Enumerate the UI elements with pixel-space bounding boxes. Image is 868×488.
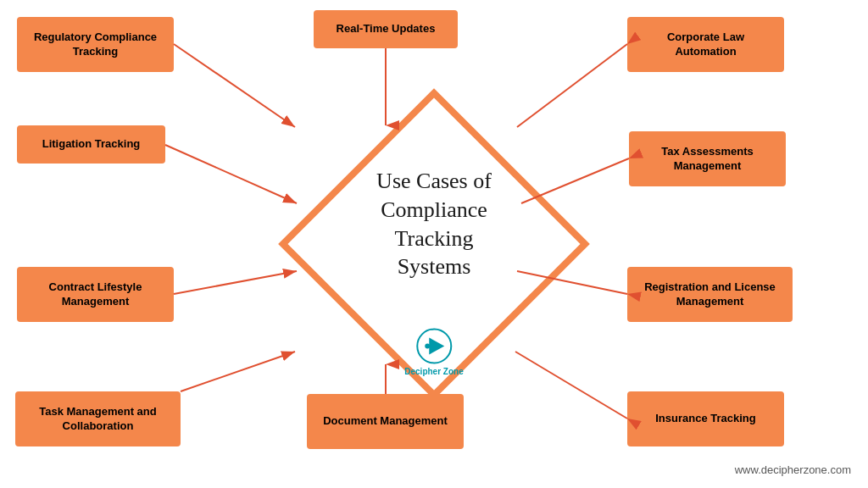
box-task: Task Management and Collaboration: [15, 391, 181, 446]
box-tax: Tax Assessments Management: [629, 131, 786, 186]
center-title: Use Cases of Compliance Tracking Systems: [337, 167, 531, 281]
box-litigation: Litigation Tracking: [17, 125, 165, 164]
box-insurance: Insurance Tracking: [627, 391, 784, 446]
box-regulatory: Regulatory Compliance Tracking: [17, 17, 174, 72]
logo-area: Decipher Zone: [404, 327, 463, 375]
box-registration: Registration and License Management: [627, 267, 793, 322]
svg-line-6: [517, 44, 627, 127]
svg-marker-15: [429, 337, 444, 354]
svg-line-13: [515, 352, 627, 419]
logo-text: Decipher Zone: [404, 366, 463, 375]
diagram-container: Regulatory Compliance Tracking Real-Time…: [0, 0, 868, 488]
website-url: www.decipherzone.com: [735, 463, 851, 476]
box-corporate: Corporate Law Automation: [627, 17, 784, 72]
svg-line-7: [165, 145, 297, 203]
box-real-time: Real-Time Updates: [314, 10, 458, 48]
box-contract: Contract Lifestyle Management: [17, 267, 174, 322]
svg-line-9: [174, 271, 297, 294]
svg-point-16: [425, 343, 430, 348]
box-document: Document Management: [307, 394, 464, 449]
decipher-zone-logo-icon: [415, 327, 453, 364]
svg-line-11: [181, 352, 295, 391]
svg-line-4: [174, 44, 295, 127]
